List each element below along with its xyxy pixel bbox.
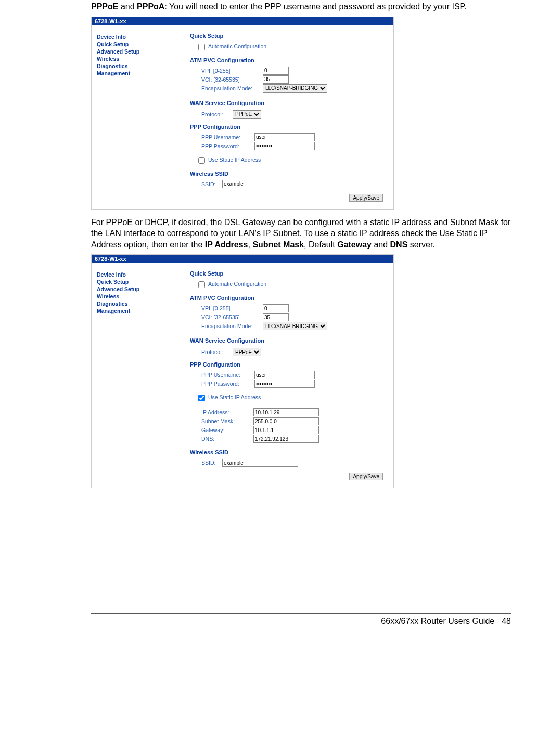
router-ui-screenshot: 6728-W1-xx Device Info Quick Setup Advan… — [91, 17, 394, 210]
section-title-ssid: Wireless SSID — [190, 171, 388, 177]
section-title-wan: WAN Service Configuration — [190, 337, 388, 344]
subnet-mask-input[interactable] — [253, 417, 319, 425]
text-bold: IP Address — [205, 240, 248, 249]
page-title: Quick Setup — [190, 33, 388, 39]
text-bold: Gateway — [337, 240, 372, 249]
sidebar-item-management[interactable]: Management — [97, 308, 175, 314]
auto-config-row: Automatic Configuration — [196, 42, 388, 52]
ppp-password-input[interactable] — [254, 380, 315, 388]
ppp-username-input[interactable] — [254, 371, 315, 379]
section-title-atm: ATM PVC Configuration — [190, 295, 388, 301]
sidebar-item-advanced-setup[interactable]: Advanced Setup — [97, 286, 175, 292]
ppp-password-label: PPP Password: — [201, 381, 254, 387]
vci-input[interactable] — [263, 75, 289, 84]
sidebar: Device Info Quick Setup Advanced Setup W… — [92, 263, 175, 488]
page-footer: 66xx/67xx Router Users Guide 48 — [91, 613, 511, 626]
vpi-input[interactable] — [263, 67, 289, 75]
text: and — [118, 2, 137, 11]
text-bold: DNS — [390, 240, 408, 249]
ssid-label: SSID: — [201, 181, 222, 187]
paragraph: PPPoE and PPPoA: You will need to enter … — [91, 1, 511, 12]
static-ip-checkbox[interactable] — [198, 395, 205, 401]
vci-label: VCI: [32-65535] — [201, 314, 263, 320]
sidebar-item-management[interactable]: Management — [97, 70, 175, 76]
vci-input[interactable] — [263, 313, 289, 321]
auto-config-label: Automatic Configuration — [208, 281, 266, 288]
ip-address-label: IP Address: — [201, 409, 253, 415]
text: , Default — [304, 240, 337, 249]
static-ip-row: Use Static IP Address — [196, 155, 388, 165]
ip-address-input[interactable] — [253, 408, 319, 416]
vci-label: VCI: [32-65535] — [201, 76, 263, 83]
ppp-password-label: PPP Password: — [201, 143, 254, 149]
auto-config-checkbox[interactable] — [198, 44, 205, 50]
vpi-label: VPI: [0-255] — [201, 68, 263, 74]
apply-save-button[interactable]: Apply/Save — [349, 473, 383, 480]
router-content: Quick Setup Automatic Configuration ATM … — [175, 25, 393, 209]
footer-guide-title: 66xx/67xx Router Users Guide — [381, 617, 494, 626]
text-bold: PPPoA — [137, 2, 164, 11]
gateway-label: Gateway: — [201, 427, 253, 433]
ppp-username-label: PPP Username: — [201, 134, 254, 140]
encap-select[interactable]: LLC/SNAP-BRIDGING — [263, 322, 327, 330]
sidebar-item-wireless[interactable]: Wireless — [97, 293, 175, 299]
router-model-header: 6728-W1-xx — [92, 17, 393, 25]
encap-label: Encapsulation Mode: — [201, 323, 263, 329]
static-ip-label: Use Static IP Address — [208, 157, 261, 163]
static-ip-checkbox[interactable] — [198, 157, 205, 164]
text-bold: PPPoE — [91, 2, 118, 11]
sidebar-item-device-info[interactable]: Device Info — [97, 271, 175, 278]
vpi-label: VPI: [0-255] — [201, 305, 263, 311]
ssid-input[interactable] — [222, 459, 298, 467]
static-ip-label: Use Static IP Address — [208, 395, 261, 401]
dns-input[interactable] — [253, 435, 319, 443]
sidebar-item-quick-setup[interactable]: Quick Setup — [97, 41, 175, 47]
sidebar-item-diagnostics[interactable]: Diagnostics — [97, 301, 175, 307]
auto-config-checkbox[interactable] — [198, 281, 205, 288]
text: and — [372, 240, 390, 249]
section-title-ssid: Wireless SSID — [190, 449, 388, 455]
section-title-ppp: PPP Configuration — [190, 361, 388, 368]
text-bold: Subnet Mask — [252, 240, 304, 249]
sidebar: Device Info Quick Setup Advanced Setup W… — [92, 25, 175, 209]
ppp-password-input[interactable] — [254, 142, 315, 150]
dns-label: DNS: — [201, 436, 253, 442]
ppp-username-label: PPP Username: — [201, 372, 254, 378]
auto-config-row: Automatic Configuration — [196, 280, 388, 290]
gateway-input[interactable] — [253, 426, 319, 434]
auto-config-label: Automatic Configuration — [208, 43, 266, 49]
router-content: Quick Setup Automatic Configuration ATM … — [175, 263, 393, 488]
protocol-label: Protocol: — [201, 349, 233, 355]
section-title-atm: ATM PVC Configuration — [190, 57, 388, 63]
encap-label: Encapsulation Mode: — [201, 85, 263, 92]
ppp-username-input[interactable] — [254, 133, 315, 141]
section-title-ppp: PPP Configuration — [190, 124, 388, 130]
page-title: Quick Setup — [190, 270, 388, 277]
ssid-label: SSID: — [201, 460, 222, 466]
protocol-select[interactable]: PPPoE — [233, 348, 261, 356]
sidebar-item-diagnostics[interactable]: Diagnostics — [97, 63, 175, 69]
sidebar-item-wireless[interactable]: Wireless — [97, 56, 175, 62]
protocol-select[interactable]: PPPoE — [233, 110, 261, 119]
protocol-label: Protocol: — [201, 111, 233, 118]
apply-save-button[interactable]: Apply/Save — [349, 194, 383, 202]
section-title-wan: WAN Service Configuration — [190, 100, 388, 106]
sidebar-item-device-info[interactable]: Device Info — [97, 34, 175, 40]
text: server. — [407, 240, 434, 249]
sidebar-item-advanced-setup[interactable]: Advanced Setup — [97, 48, 175, 55]
router-ui-screenshot: 6728-W1-xx Device Info Quick Setup Advan… — [91, 254, 394, 488]
subnet-mask-label: Subnet Mask: — [201, 418, 253, 424]
text: : You will need to enter the PPP usernam… — [164, 2, 466, 11]
encap-select[interactable]: LLC/SNAP-BRIDGING — [263, 84, 327, 93]
vpi-input[interactable] — [263, 304, 289, 312]
static-ip-row: Use Static IP Address — [196, 393, 388, 403]
ssid-input[interactable] — [222, 180, 298, 188]
footer-page-number: 48 — [502, 617, 511, 626]
router-model-header: 6728-W1-xx — [92, 255, 393, 263]
paragraph: For PPPoE or DHCP, if desired, the DSL G… — [91, 217, 511, 251]
sidebar-item-quick-setup[interactable]: Quick Setup — [97, 279, 175, 285]
